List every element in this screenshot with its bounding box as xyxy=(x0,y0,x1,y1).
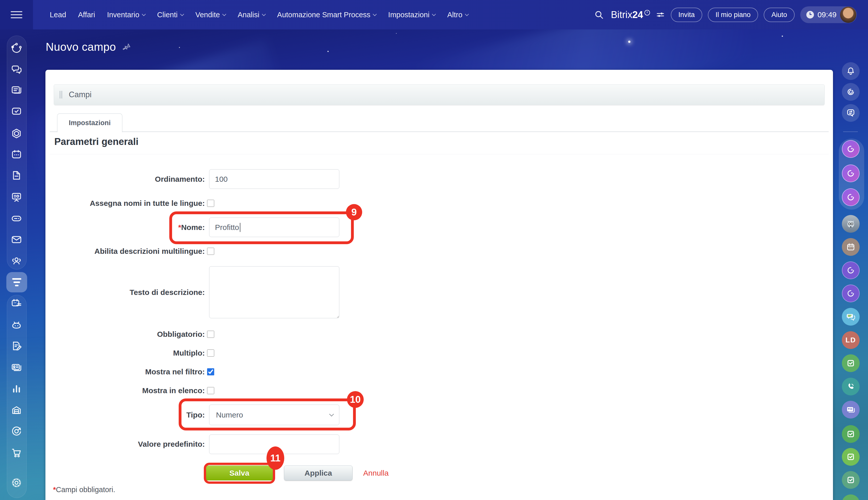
sidebar-item-crm[interactable] xyxy=(10,127,23,139)
sidebar-item-boards[interactable] xyxy=(10,191,23,203)
annotation-badge-11: 11 xyxy=(266,446,284,470)
documents-icon xyxy=(10,169,23,181)
menu-clienti[interactable]: Clienti xyxy=(157,11,183,19)
chevron-down-icon xyxy=(262,12,266,16)
invita-button[interactable]: Invita xyxy=(671,8,703,22)
sidebar-item-calendar[interactable] xyxy=(10,148,23,161)
topbar-actions: Bitrix24 Invita Il mio piano Aiuto 09:49 xyxy=(594,0,857,30)
sidebar-item-booking[interactable] xyxy=(10,297,23,309)
menu-affari[interactable]: Affari xyxy=(78,11,95,19)
task-item-2[interactable] xyxy=(842,425,860,443)
sidebar-item-collaboration[interactable] xyxy=(10,42,23,54)
task-item-3[interactable] xyxy=(842,448,860,466)
menu-inventario[interactable]: Inventario xyxy=(107,11,145,19)
current-time: 09:49 xyxy=(818,10,836,19)
copilot-icon xyxy=(846,192,856,202)
news-feed-icon xyxy=(10,84,23,96)
testo-textarea[interactable] xyxy=(209,266,339,318)
drag-handle-icon[interactable] xyxy=(60,91,62,99)
ordinamento-input[interactable] xyxy=(209,169,339,189)
chevron-down-icon xyxy=(142,12,146,16)
sidebar-item-contact-center[interactable] xyxy=(10,361,23,374)
crm-icon xyxy=(10,127,23,139)
sidebar-item-news-feed[interactable] xyxy=(10,84,23,96)
sidebar-item-employees[interactable] xyxy=(10,254,23,267)
contact-card-item[interactable] xyxy=(842,401,860,419)
multiplo-checkbox[interactable] xyxy=(207,350,214,356)
task-item-5[interactable] xyxy=(842,495,860,500)
copilot-chat-1[interactable] xyxy=(842,140,860,158)
sidebar-item-documents[interactable] xyxy=(10,169,23,181)
text-caret xyxy=(240,223,240,232)
obbligatorio-checkbox[interactable] xyxy=(207,331,214,338)
bitrix24-logo[interactable]: Bitrix24 xyxy=(611,9,650,20)
sidebar-item-online-store[interactable] xyxy=(10,447,23,459)
assegna-checkbox[interactable] xyxy=(207,200,214,207)
task-item-1[interactable] xyxy=(842,354,860,372)
copilot-chat-2[interactable] xyxy=(842,164,860,182)
copilot-icon xyxy=(846,87,856,97)
chat-transfer-button[interactable] xyxy=(842,104,860,122)
copilot-chat-4[interactable] xyxy=(842,261,860,279)
sidebar-item-mail[interactable] xyxy=(10,234,23,246)
task-check-icon xyxy=(846,498,856,500)
user-avatar[interactable] xyxy=(840,7,856,23)
aiuto-button[interactable]: Aiuto xyxy=(764,8,795,22)
sidebar-item-messenger[interactable] xyxy=(10,63,23,76)
menu-automazione[interactable]: Automazione Smart Process xyxy=(277,11,376,19)
right-sidebar: LD xyxy=(833,30,868,500)
sidebar-header xyxy=(0,0,33,30)
salva-button[interactable]: Salva xyxy=(205,465,273,480)
collaboration-icon xyxy=(10,42,23,54)
campi-header-bar[interactable]: Campi xyxy=(54,84,825,105)
time-widget[interactable]: 09:49 xyxy=(800,6,857,23)
sidebar-item-ai-bot[interactable] xyxy=(10,319,23,331)
star xyxy=(396,33,397,34)
group-chat-item[interactable] xyxy=(842,308,860,326)
sliders-icon[interactable] xyxy=(655,10,665,20)
menu-impostazioni[interactable]: Impostazioni xyxy=(388,11,435,19)
tab-impostazioni[interactable]: Impostazioni xyxy=(57,113,122,132)
sidebar-item-drive[interactable] xyxy=(10,213,23,225)
mostra-filtro-checkbox[interactable] xyxy=(207,368,214,375)
task-item-4[interactable] xyxy=(842,471,860,489)
sidebar-item-settings[interactable] xyxy=(10,477,23,489)
menu-vendite[interactable]: Vendite xyxy=(195,11,226,19)
sidebar-item-sales-funnel-active[interactable] xyxy=(6,272,27,292)
sidebar-item-warehouse[interactable] xyxy=(10,404,23,416)
sidebar-item-e-sign[interactable] xyxy=(10,340,23,352)
sidebar-item-marketing[interactable] xyxy=(10,425,23,437)
menu-altro[interactable]: Altro xyxy=(447,11,468,19)
nome-label: *Nome: xyxy=(45,223,205,232)
page-title: Nuovo campo xyxy=(46,41,116,53)
il-mio-piano-button[interactable]: Il mio piano xyxy=(708,8,758,22)
chevron-down-icon xyxy=(432,12,436,16)
copilot-chat-5[interactable] xyxy=(842,285,860,302)
call-item[interactable] xyxy=(842,378,860,395)
user-ld-item[interactable]: LD xyxy=(842,331,860,349)
required-asterisk: * xyxy=(53,486,56,494)
search-icon[interactable] xyxy=(594,10,604,20)
notifications-button[interactable] xyxy=(842,62,860,80)
cat-avatar-icon xyxy=(846,219,856,229)
mostra-elenco-checkbox[interactable] xyxy=(207,387,214,394)
copilot-button[interactable] xyxy=(842,83,860,101)
sidebar-item-bi-analytics[interactable] xyxy=(10,383,23,395)
abilita-checkbox[interactable] xyxy=(207,248,214,255)
applica-button[interactable]: Applica xyxy=(284,465,353,480)
copilot-chat-3[interactable] xyxy=(842,188,860,206)
calendar-event-item[interactable] xyxy=(842,238,860,256)
mail-icon xyxy=(10,234,23,246)
marketing-icon xyxy=(10,425,23,437)
cat-avatar[interactable] xyxy=(842,215,860,233)
sidebar-item-tasks[interactable] xyxy=(10,105,23,117)
menu-analisi[interactable]: Analisi xyxy=(238,11,265,19)
boards-icon xyxy=(10,191,23,203)
group-chat-icon xyxy=(846,312,856,322)
pin-icon[interactable] xyxy=(121,41,133,53)
nome-input[interactable]: Profitto xyxy=(209,217,339,237)
tipo-select[interactable]: Numero xyxy=(209,405,339,425)
menu-lead[interactable]: Lead xyxy=(50,11,66,19)
annulla-link[interactable]: Annulla xyxy=(363,465,389,480)
hamburger-menu-icon[interactable] xyxy=(11,9,22,20)
